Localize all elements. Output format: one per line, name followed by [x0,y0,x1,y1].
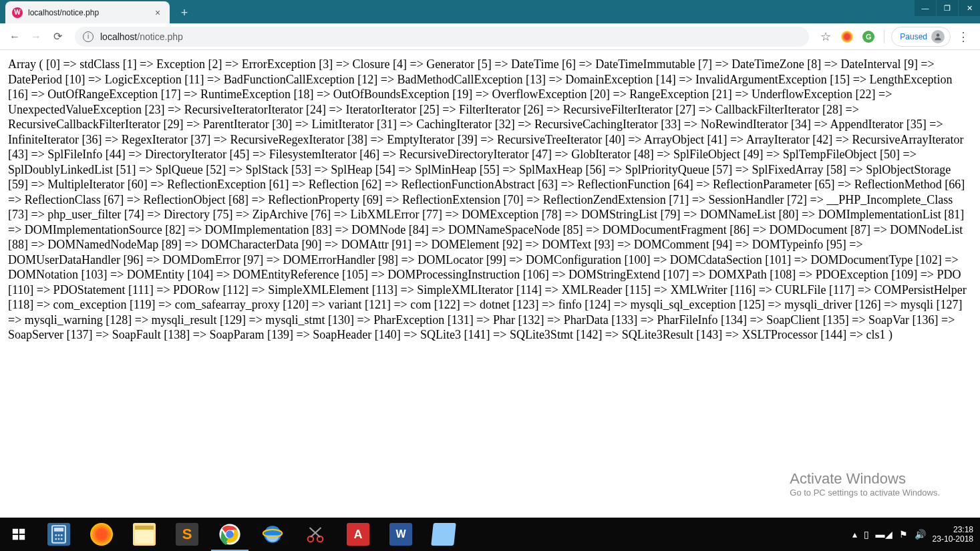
new-tab-button[interactable]: + [175,3,194,22]
browser-titlebar: W localhost/notice.php × + — ❐ ✕ [0,0,980,23]
tab-title: localhost/notice.php [28,8,152,17]
window-controls: — ❐ ✕ [914,0,980,16]
taskbar-app-acrobat[interactable]: A [337,518,379,551]
svg-rect-3 [13,535,18,540]
browser-toolbar: ← → ⟳ i localhost/notice.php ☆ G Paused … [0,23,980,50]
svg-point-11 [58,538,60,540]
site-info-icon[interactable]: i [83,31,94,42]
tray-up-icon[interactable]: ▴ [852,529,857,540]
forward-button[interactable]: → [27,27,45,46]
watermark-subtitle: Go to PC settings to activate Windows. [790,488,940,498]
svg-point-0 [937,33,940,37]
svg-point-9 [61,534,63,536]
page-body: Array ( [0] => stdClass [1] => Exception… [0,50,980,349]
taskbar-app-browser2[interactable] [80,518,123,551]
svg-point-12 [61,538,63,540]
svg-point-8 [58,534,60,536]
close-tab-button[interactable]: × [152,7,163,18]
start-button[interactable] [0,518,37,551]
maximize-button[interactable]: ❐ [937,0,958,16]
favicon-icon: W [12,7,23,18]
taskbar-app-word[interactable]: W [379,518,422,551]
windows-taskbar: S A W ▴ ▯ ▬◢ ⚑ 🔊 23:18 23-10-2018 [0,518,980,551]
volume-icon[interactable]: 🔊 [915,529,926,540]
bookmark-star-icon[interactable]: ☆ [817,28,834,45]
system-tray: ▴ ▯ ▬◢ ⚑ 🔊 23:18 23-10-2018 [852,525,980,544]
url-text: localhost/notice.php [100,31,183,42]
paused-label: Paused [900,32,927,41]
avatar-icon [931,30,945,43]
reload-button[interactable]: ⟳ [48,27,67,46]
profile-paused-chip[interactable]: Paused [891,27,951,47]
taskbar-clock[interactable]: 23:18 23-10-2018 [933,525,973,544]
flag-icon[interactable]: ⚑ [899,529,908,540]
taskbar-app-ie[interactable] [251,518,294,551]
taskbar-app-chrome[interactable] [208,518,251,551]
taskbar-app-snip[interactable] [294,518,337,551]
svg-point-7 [55,534,57,536]
minimize-button[interactable]: — [915,0,936,16]
browser-menu-button[interactable]: ⋮ [955,28,972,45]
clock-date: 23-10-2018 [933,534,973,544]
svg-point-10 [55,538,57,540]
watermark-title: Activate Windows [790,470,940,488]
svg-rect-4 [19,535,25,540]
svg-rect-2 [19,529,25,534]
taskbar-app-explorer[interactable] [123,518,166,551]
close-window-button[interactable]: ✕ [959,0,980,16]
address-bar[interactable]: i localhost/notice.php [75,27,809,47]
taskbar-app-notepad[interactable] [422,518,465,551]
separator [884,30,884,43]
extension-2-icon[interactable]: G [860,28,877,45]
svg-rect-6 [54,528,63,532]
back-button[interactable]: ← [5,27,24,46]
wifi-icon[interactable]: ▬◢ [876,529,892,540]
clock-time: 23:18 [933,525,973,534]
taskbar-app-sublime[interactable]: S [166,518,208,551]
battery-icon[interactable]: ▯ [864,529,869,540]
activate-windows-watermark: Activate Windows Go to PC settings to ac… [790,470,940,498]
svg-rect-1 [13,529,18,534]
browser-tab[interactable]: W localhost/notice.php × [5,1,170,23]
taskbar-app-calculator[interactable] [37,518,80,551]
extension-1-icon[interactable] [838,28,856,45]
